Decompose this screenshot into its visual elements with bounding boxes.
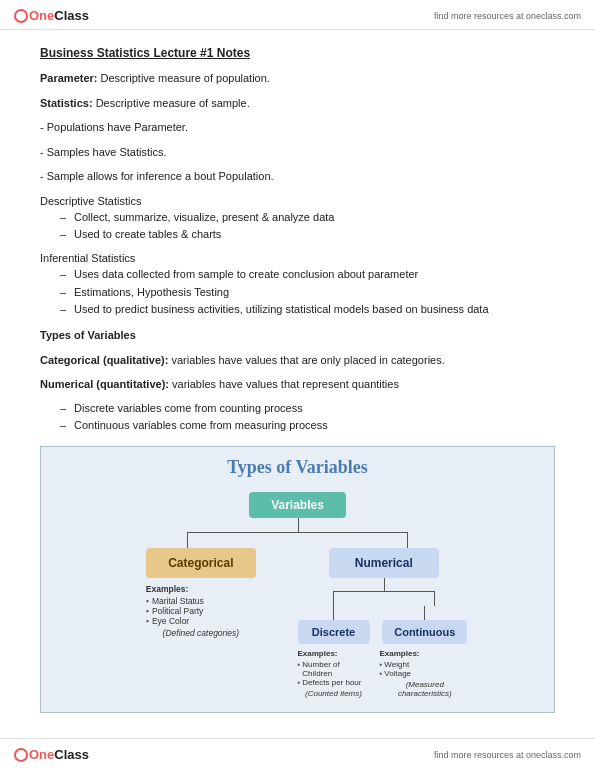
horiz-line xyxy=(187,532,408,533)
cont-ex-1-text: Weight xyxy=(384,660,409,669)
dash-icon: – xyxy=(60,418,74,433)
cat-ex-3: Eye Color xyxy=(146,616,256,626)
cont-ex-1: Weight xyxy=(380,660,471,669)
continuous-col: Continuous Examples: Weight Voltage (Mea… xyxy=(380,606,471,698)
cat-ex-3-text: Eye Color xyxy=(152,616,189,626)
inf-b2-text: Estimations, Hypothesis Testing xyxy=(74,285,229,300)
footer-logo-text: OneClass xyxy=(29,747,89,762)
logo: OneClass xyxy=(14,8,89,23)
para-statistics: Statistics: Descriptive measure of sampl… xyxy=(40,95,555,112)
categorical-para: Categorical (qualitative): variables hav… xyxy=(40,352,555,369)
logo-icon xyxy=(14,9,28,23)
cat-ex-1-text: Marital Status xyxy=(152,596,204,606)
cat-ex-title: Examples: xyxy=(146,584,256,594)
cont-ex-2-text: Voltage xyxy=(384,669,411,678)
diagram-tree: Variables Categorical Examples: xyxy=(51,492,544,698)
stats-label: Statistics: xyxy=(40,97,93,109)
left-vert xyxy=(187,532,188,548)
cat-num-row: Categorical Examples: Marital Status Pol… xyxy=(125,548,470,698)
main-content: Business Statistics Lecture #1 Notes Par… xyxy=(0,30,595,729)
inf-b3-text: Used to predict business activities, uti… xyxy=(74,302,489,317)
cont-examples: Examples: Weight Voltage (Measured chara… xyxy=(380,649,471,698)
inferential-stats-title: Inferential Statistics xyxy=(40,252,555,264)
doc-title: Business Statistics Lecture #1 Notes xyxy=(40,46,555,60)
categorical-box: Categorical xyxy=(146,548,256,578)
cont-vert xyxy=(434,591,435,606)
num-horiz xyxy=(333,591,435,592)
dash-icon: – xyxy=(60,267,74,282)
numerical-box: Numerical xyxy=(329,548,439,578)
dash-icon: – xyxy=(60,227,74,242)
cat-ex-note: (Defined categories) xyxy=(146,628,256,638)
header: OneClass find more resources at oneclass… xyxy=(0,0,595,30)
num-bullet-1: – Discrete variables come from counting … xyxy=(60,401,555,416)
num-b1-text: Discrete variables come from counting pr… xyxy=(74,401,303,416)
inf-bullet-3: – Used to predict business activities, u… xyxy=(60,302,555,317)
disc-cont-row: Discrete Examples: Number of Children De… xyxy=(298,606,471,698)
para-parameter: Parameter: Descriptive measure of popula… xyxy=(40,70,555,87)
categorical-col: Categorical Examples: Marital Status Pol… xyxy=(125,548,277,638)
param-text: Descriptive measure of population. xyxy=(97,72,269,84)
disc-ex-1: Number of Children xyxy=(298,660,370,678)
inferential-stats-section: Inferential Statistics – Uses data colle… xyxy=(40,252,555,317)
cat-ex-2: Political Party xyxy=(146,606,256,616)
dash-icon: – xyxy=(60,285,74,300)
inf-bullet-1: – Uses data collected from sample to cre… xyxy=(60,267,555,282)
num-vert xyxy=(384,578,385,591)
cont-ex-2: Voltage xyxy=(380,669,471,678)
inf-bullet-2: – Estimations, Hypothesis Testing xyxy=(60,285,555,300)
desc-bullet-1: – Collect, summarize, visualize, present… xyxy=(60,210,555,225)
continuous-box: Continuous xyxy=(382,620,467,644)
cat-para-label: Categorical (qualitative): xyxy=(40,354,168,366)
dash-icon: – xyxy=(60,210,74,225)
descriptive-stats-title: Descriptive Statistics xyxy=(40,195,555,207)
numerical-col: Numerical Discrete Examples: xyxy=(298,548,471,698)
bullet-samples: - Samples have Statistics. xyxy=(40,144,555,161)
num-para-label: Numerical (quantitative): xyxy=(40,378,169,390)
cont-ex-title: Examples: xyxy=(380,649,471,658)
desc-b2-text: Used to create tables & charts xyxy=(74,227,221,242)
param-label: Parameter: xyxy=(40,72,97,84)
desc-bullet-2: – Used to create tables & charts xyxy=(60,227,555,242)
stats-text: Descriptive measure of sample. xyxy=(93,97,250,109)
cat-examples: Examples: Marital Status Political Party… xyxy=(146,584,256,638)
vert-line xyxy=(298,518,299,532)
footer-tagline: find more resources at oneclass.com xyxy=(434,750,581,760)
header-tagline: find more resources at oneclass.com xyxy=(434,11,581,21)
cat-ex-2-text: Political Party xyxy=(152,606,204,616)
cont-ex-note: (Measured characteristics) xyxy=(380,680,471,698)
numerical-para: Numerical (quantitative): variables have… xyxy=(40,376,555,393)
cat-ex-1: Marital Status xyxy=(146,596,256,606)
disc-ex-2-text: Defects per hour xyxy=(302,678,361,687)
descriptive-stats-section: Descriptive Statistics – Collect, summar… xyxy=(40,195,555,243)
dash-icon: – xyxy=(60,302,74,317)
footer-logo: OneClass xyxy=(14,747,89,762)
bullet-inference: - Sample allows for inference a bout Pop… xyxy=(40,168,555,185)
footer: OneClass find more resources at oneclass… xyxy=(0,738,595,770)
num-sub-connector xyxy=(299,578,469,606)
desc-b1-text: Collect, summarize, visualize, present &… xyxy=(74,210,334,225)
dash-icon: – xyxy=(60,401,74,416)
num-b2-text: Continuous variables come from measuring… xyxy=(74,418,328,433)
top-connector xyxy=(125,518,470,548)
disc-ex-2: Defects per hour xyxy=(298,678,370,687)
bullet-populations: - Populations have Parameter. xyxy=(40,119,555,136)
discrete-col: Discrete Examples: Number of Children De… xyxy=(298,606,370,698)
variables-box: Variables xyxy=(249,492,346,518)
logo-one: OneClass xyxy=(29,8,89,23)
disc-ex-1-text: Number of Children xyxy=(302,660,369,678)
disc-examples: Examples: Number of Children Defects per… xyxy=(298,649,370,698)
diagram-title: Types of Variables xyxy=(51,457,544,478)
num-bullet-2: – Continuous variables come from measuri… xyxy=(60,418,555,433)
right-vert xyxy=(407,532,408,548)
disc-ex-note: (Counted items) xyxy=(298,689,370,698)
footer-logo-icon xyxy=(14,748,28,762)
cat-para-text: variables have values that are only plac… xyxy=(168,354,444,366)
num-para-text: variables have values that represent qua… xyxy=(169,378,399,390)
disc-vert xyxy=(333,591,334,606)
discrete-box: Discrete xyxy=(298,620,370,644)
diagram-container: Types of Variables Variables Categorical xyxy=(40,446,555,713)
inf-b1-text: Uses data collected from sample to creat… xyxy=(74,267,418,282)
types-title: Types of Variables xyxy=(40,327,555,344)
disc-ex-title: Examples: xyxy=(298,649,370,658)
